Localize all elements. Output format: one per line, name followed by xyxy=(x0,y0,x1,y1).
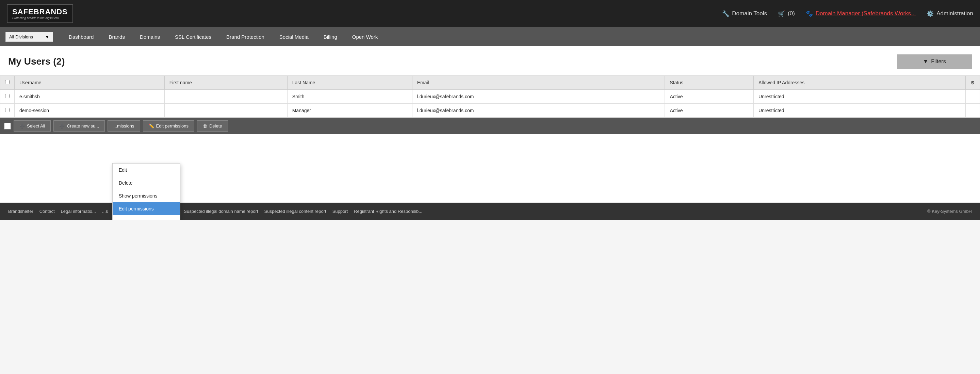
th-checkbox xyxy=(0,76,14,90)
users-table: Username First name Last Name Email Stat… xyxy=(0,76,980,118)
page-header: My Users (2) ▼ Filters xyxy=(0,46,980,76)
division-select[interactable]: All Divisions ▼ xyxy=(5,32,53,42)
row2-checkbox[interactable] xyxy=(5,108,10,112)
row1-gear xyxy=(966,90,980,104)
row1-username: e.smithsb xyxy=(14,90,165,104)
create-plus-icon: ➕ xyxy=(59,124,65,128)
nav-menu-items: Dashboard Brands Domains SSL Certificate… xyxy=(61,27,975,46)
wrench-icon: 🔧 xyxy=(722,10,729,17)
filters-button[interactable]: ▼ Filters xyxy=(897,54,972,69)
edit-permissions-button[interactable]: ✏️ Edit permissions xyxy=(143,120,194,132)
delete-button[interactable]: 🗑 Delete xyxy=(197,120,228,132)
table-row: demo-session Manager l.durieux@safebrand… xyxy=(0,104,980,118)
select-all-button[interactable]: ➕ Select All xyxy=(14,120,51,132)
logo-box: SAFEBRANDS Protecting brands in the digi… xyxy=(7,4,73,23)
row2-lastname: Manager xyxy=(287,104,412,118)
plus-icon: ➕ xyxy=(19,124,25,128)
edit-permissions-label: Edit permissions xyxy=(156,124,189,128)
nav-brand-protection[interactable]: Brand Protection xyxy=(219,27,272,46)
brand-sub: Protecting brands in the digital era xyxy=(12,16,68,20)
domain-manager-link[interactable]: 🐾 Domain Manager (Safebrands Works... xyxy=(806,10,916,17)
cart-label: (0) xyxy=(788,10,795,17)
table-area: Username First name Last Name Email Stat… xyxy=(0,76,980,134)
row2-status: Active xyxy=(665,104,754,118)
filter-icon: ▼ xyxy=(923,59,928,65)
footer-illegal-domain[interactable]: Suspected illegal domain name report xyxy=(184,209,258,214)
footer-links: Brandshelter Contact Legal informatio...… xyxy=(8,209,422,214)
administration-label: Administration xyxy=(937,10,973,17)
nav-dashboard[interactable]: Dashboard xyxy=(61,27,101,46)
row1-checkbox-cell xyxy=(0,90,14,104)
logo-area: SAFEBRANDS Protecting brands in the digi… xyxy=(7,4,73,23)
permissions-button[interactable]: ...missions xyxy=(108,120,140,132)
trash-icon: 🗑 xyxy=(203,124,207,128)
domain-manager-label: Domain Manager (Safebrands Works... xyxy=(816,10,916,17)
header-checkbox[interactable] xyxy=(5,80,10,84)
edit-icon: ✏️ xyxy=(149,124,154,128)
context-menu-delete[interactable]: Delete xyxy=(113,176,180,189)
context-menu-logs[interactable]: Logs xyxy=(113,215,180,220)
context-menu-edit-permissions[interactable]: Edit permissions xyxy=(113,202,180,215)
row2-allowed-ip: Unrestricted xyxy=(754,104,966,118)
user-count-badge: (2) xyxy=(53,56,65,67)
context-menu-show-permissions[interactable]: Show permissions xyxy=(113,189,180,202)
footer-support[interactable]: Support xyxy=(332,209,348,214)
footer-copyright: © Key-Systems GmbH xyxy=(927,209,972,214)
row2-email: l.durieux@safebrands.com xyxy=(412,104,665,118)
th-gear: ⚙ xyxy=(966,76,980,90)
row2-username: demo-session xyxy=(14,104,165,118)
th-firstname: First name xyxy=(164,76,287,90)
top-nav-links: 🔧 Domain Tools 🛒 (0) 🐾 Domain Manager (S… xyxy=(722,10,973,17)
action-bar: ➕ Select All ➕ Create new su... ...missi… xyxy=(0,118,980,134)
page-content: My Users (2) ▼ Filters Username First na… xyxy=(0,46,980,203)
cart-icon: 🛒 xyxy=(778,10,785,17)
th-status: Status xyxy=(665,76,754,90)
delete-label: Delete xyxy=(209,124,222,128)
th-email: Email xyxy=(412,76,665,90)
top-bar: SAFEBRANDS Protecting brands in the digi… xyxy=(0,0,980,27)
row1-allowed-ip: Unrestricted xyxy=(754,90,966,104)
footer-registrant[interactable]: Registrant Rights and Responsib... xyxy=(354,209,422,214)
gear-settings-icon[interactable]: ⚙ xyxy=(970,80,975,86)
permissions-label: ...missions xyxy=(113,124,134,128)
create-new-button[interactable]: ➕ Create new su... xyxy=(53,120,105,132)
domain-tools-link[interactable]: 🔧 Domain Tools xyxy=(722,10,767,17)
nav-social-media[interactable]: Social Media xyxy=(272,27,316,46)
th-lastname: Last Name xyxy=(287,76,412,90)
context-menu-edit[interactable]: Edit xyxy=(113,163,180,176)
table-row: e.smithsb Smith l.durieux@safebrands.com… xyxy=(0,90,980,104)
brand-name: SAFEBRANDS xyxy=(12,8,68,16)
footer-illegal-content[interactable]: Suspected illegal content report xyxy=(264,209,326,214)
paw-icon: 🐾 xyxy=(806,10,813,17)
nav-billing[interactable]: Billing xyxy=(316,27,345,46)
domain-tools-label: Domain Tools xyxy=(732,10,767,17)
row1-email: l.durieux@safebrands.com xyxy=(412,90,665,104)
filters-label: Filters xyxy=(931,59,946,65)
row2-gear xyxy=(966,104,980,118)
action-bar-checkbox[interactable] xyxy=(4,123,11,130)
footer-legal[interactable]: Legal informatio... xyxy=(61,209,96,214)
page-title: My Users (2) xyxy=(8,56,65,67)
row1-firstname xyxy=(164,90,287,104)
footer-contact[interactable]: Contact xyxy=(40,209,55,214)
row1-status: Active xyxy=(665,90,754,104)
select-all-label: Select All xyxy=(27,124,45,128)
row2-checkbox-cell xyxy=(0,104,14,118)
gear-icon: ⚙️ xyxy=(927,10,934,17)
th-username: Username xyxy=(14,76,165,90)
administration-link[interactable]: ⚙️ Administration xyxy=(927,10,973,17)
page-title-text: My Users xyxy=(8,56,51,67)
create-new-label: Create new su... xyxy=(67,124,99,128)
second-bar: All Divisions ▼ Dashboard Brands Domains… xyxy=(0,27,980,46)
nav-ssl[interactable]: SSL Certificates xyxy=(167,27,219,46)
footer-legal-cont[interactable]: ...s xyxy=(102,209,108,214)
cart-link[interactable]: 🛒 (0) xyxy=(778,10,795,17)
division-label: All Divisions xyxy=(9,34,33,40)
nav-domains[interactable]: Domains xyxy=(132,27,167,46)
nav-open-work[interactable]: Open Work xyxy=(345,27,385,46)
row1-checkbox[interactable] xyxy=(5,94,10,98)
footer-brandshelter[interactable]: Brandshelter xyxy=(8,209,33,214)
chevron-down-icon: ▼ xyxy=(45,34,49,40)
row1-lastname: Smith xyxy=(287,90,412,104)
nav-brands[interactable]: Brands xyxy=(101,27,132,46)
